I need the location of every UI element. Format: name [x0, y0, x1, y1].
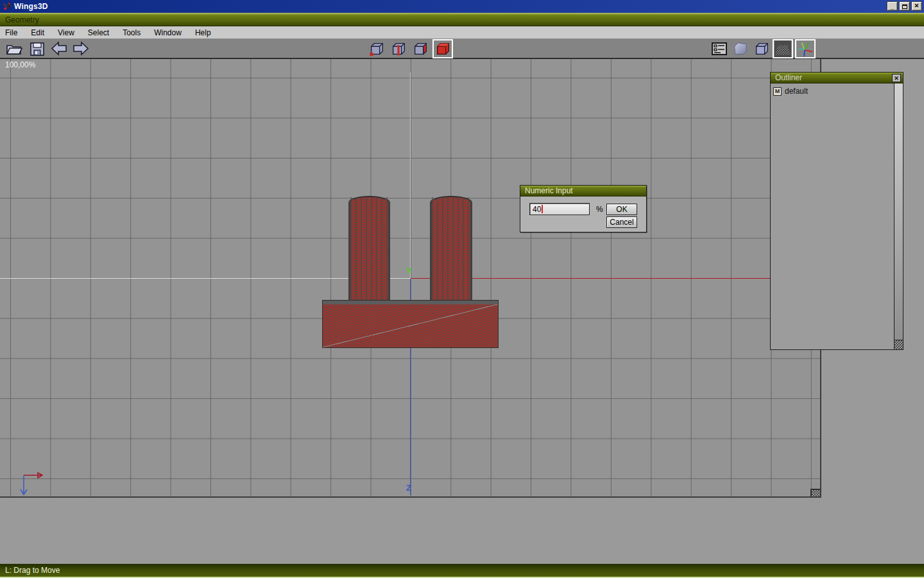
- close-button[interactable]: ✕: [911, 1, 922, 11]
- status-bar: L: Drag to Move: [0, 564, 924, 578]
- outliner-item-label: default: [785, 87, 808, 96]
- axes-icon[interactable]: [796, 40, 814, 57]
- model-base-box[interactable]: [322, 300, 499, 348]
- vertex-select-mode-icon[interactable]: [368, 40, 386, 57]
- body-select-mode-icon[interactable]: [434, 40, 452, 57]
- axis-y-line: [410, 72, 411, 278]
- text-cursor: [542, 205, 543, 213]
- outliner-close-button[interactable]: ✕: [892, 74, 901, 82]
- menu-edit[interactable]: Edit: [31, 28, 44, 37]
- model-cylinder-right[interactable]: [430, 196, 472, 302]
- windows-dialog-icon[interactable]: [710, 40, 728, 57]
- geometry-viewport[interactable]: 100,00% Y Z: [0, 59, 821, 498]
- menu-tools[interactable]: Tools: [123, 28, 141, 37]
- outliner-item-default[interactable]: M default: [773, 87, 808, 96]
- wireframe-cube-icon[interactable]: [753, 40, 771, 57]
- axis-z-label: Z: [406, 483, 411, 493]
- cylinder-shading: [350, 197, 388, 302]
- mini-axes-indicator: [18, 469, 56, 498]
- menu-bar: File Edit View Select Tools Window Help: [0, 26, 924, 39]
- outliner-scrollbar[interactable]: [894, 83, 903, 340]
- restore-icon: [902, 4, 907, 9]
- geometry-window-title: Geometry: [0, 15, 39, 24]
- numeric-input-value: 40: [533, 205, 541, 214]
- outliner-resize-grip[interactable]: [894, 340, 903, 349]
- workspace: 100,00% Y Z Outliner ✕ M default: [0, 59, 924, 564]
- unit-label: %: [596, 205, 603, 214]
- titlebar[interactable]: Wings3D _ ✕: [0, 0, 924, 13]
- restore-button[interactable]: [899, 1, 910, 11]
- dialog-titlebar[interactable]: Numeric Input: [520, 186, 646, 197]
- forward-arrow-icon[interactable]: [72, 40, 90, 57]
- outliner-title: Outliner: [771, 73, 802, 82]
- minimize-button[interactable]: _: [887, 1, 898, 11]
- window-title: Wings3D: [14, 2, 48, 11]
- menu-file[interactable]: File: [5, 28, 17, 37]
- zoom-level-label: 100,00%: [5, 60, 35, 69]
- save-icon[interactable]: [28, 40, 46, 57]
- numeric-input-field[interactable]: 40: [529, 203, 590, 215]
- viewport-resize-grip[interactable]: [810, 489, 820, 496]
- dialog-title: Numeric Input: [520, 186, 573, 195]
- geometry-window-header[interactable]: Geometry: [0, 13, 924, 26]
- status-text: L: Drag to Move: [0, 566, 60, 575]
- menu-help[interactable]: Help: [195, 28, 211, 37]
- outliner-titlebar[interactable]: Outliner ✕: [771, 73, 903, 83]
- menu-select[interactable]: Select: [88, 28, 109, 37]
- face-select-mode-icon[interactable]: [411, 40, 429, 57]
- base-box-diagonal-edge: [323, 304, 498, 347]
- material-icon: M: [773, 87, 782, 96]
- toolbar: [0, 39, 924, 59]
- back-arrow-icon[interactable]: [50, 40, 68, 57]
- menu-view[interactable]: View: [58, 28, 74, 37]
- cylinder-shading: [432, 197, 470, 302]
- cancel-button[interactable]: Cancel: [606, 216, 637, 228]
- outliner-window[interactable]: Outliner ✕ M default: [770, 72, 903, 350]
- ok-button[interactable]: OK: [606, 204, 637, 215]
- wings3d-logo-icon: [2, 2, 12, 11]
- model-cylinder-left[interactable]: [348, 196, 390, 302]
- smooth-shading-icon[interactable]: [732, 40, 749, 57]
- edge-select-mode-icon[interactable]: [389, 40, 407, 57]
- open-folder-icon[interactable]: [5, 40, 23, 57]
- numeric-input-dialog[interactable]: Numeric Input 40 % OK Cancel: [520, 185, 647, 232]
- menu-window[interactable]: Window: [154, 28, 182, 37]
- axis-y-label: Y: [406, 266, 412, 276]
- ground-plane-icon[interactable]: [774, 40, 792, 57]
